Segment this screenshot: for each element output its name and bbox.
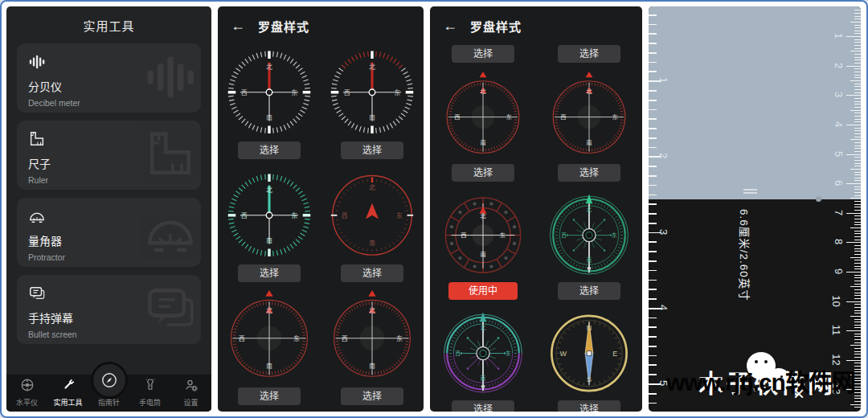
compass-cell: 北东南西选择 xyxy=(441,305,525,412)
svg-text:北: 北 xyxy=(266,64,272,71)
svg-text:南: 南 xyxy=(369,113,375,121)
select-button[interactable]: 选择 xyxy=(558,400,620,412)
tool-card-1[interactable]: 分贝仪Decibel meter xyxy=(17,43,201,113)
select-button[interactable]: 选择 xyxy=(452,400,514,412)
nav-item-compass[interactable]: 指南针 xyxy=(88,375,129,412)
svg-text:西: 西 xyxy=(239,335,245,342)
nav-item-settings[interactable]: 设置 xyxy=(170,375,211,412)
select-button[interactable]: 选择 xyxy=(452,164,514,182)
page-title: 罗盘样式 xyxy=(258,18,309,35)
compass-preview-ornategreen: 北东南西 xyxy=(328,411,416,412)
compass-cell: 北东南西选择 xyxy=(328,165,416,282)
tools-list: 分贝仪Decibel meter 尺子Ruler 量角器Protractor 手… xyxy=(6,43,211,344)
svg-text:东: 东 xyxy=(500,232,506,239)
select-button[interactable]: 选择 xyxy=(341,264,403,282)
compass-preview-whitered: 北东南西 xyxy=(328,42,416,140)
wrench-icon xyxy=(61,378,76,395)
svg-text:东: 东 xyxy=(291,88,297,96)
compass-cell: 北东南西选择 xyxy=(547,69,631,182)
cm-label: 6 xyxy=(833,180,845,186)
select-button[interactable]: 选择 xyxy=(238,141,301,159)
svg-text:南: 南 xyxy=(266,113,272,121)
nav-label: 水平仪 xyxy=(16,397,38,408)
select-button[interactable]: 选择 xyxy=(238,264,301,282)
select-button[interactable]: 选择 xyxy=(452,45,514,63)
svg-text:西: 西 xyxy=(241,89,248,96)
partial-button-row: 选择选择 xyxy=(430,43,642,63)
compass-cell: 北东南西选择 xyxy=(547,187,631,300)
divider-dot[interactable] xyxy=(816,196,821,202)
compass-icon xyxy=(91,362,128,399)
select-button[interactable]: 选择 xyxy=(341,387,403,405)
compass-cell: 北东南西选择 xyxy=(225,42,313,159)
select-button[interactable]: 选择 xyxy=(238,387,301,405)
compass-cell: 北东南西选择 xyxy=(328,42,416,159)
drag-handle[interactable] xyxy=(743,189,757,195)
compass-preview-ringcross: 北东南西 xyxy=(225,288,313,386)
svg-text:南: 南 xyxy=(369,239,375,247)
svg-text:南: 南 xyxy=(480,139,485,146)
compass-preview-ringcross: 北东南西 xyxy=(225,411,313,412)
svg-text:南: 南 xyxy=(481,375,485,381)
nav-item-flashlight[interactable]: 手电筒 xyxy=(129,375,170,412)
cm-label: 9 xyxy=(833,268,845,274)
svg-text:西: 西 xyxy=(560,114,566,121)
tool-card-3[interactable]: 量角器Protractor xyxy=(17,198,201,267)
ruler-icon-ghost xyxy=(143,127,198,190)
select-button[interactable]: 选择 xyxy=(558,45,620,63)
select-button[interactable]: 选择 xyxy=(341,141,403,159)
close-icon[interactable]: × xyxy=(793,383,805,405)
select-button[interactable]: 选择 xyxy=(558,164,620,182)
nav-item-wrench[interactable]: 实用工具 xyxy=(47,375,88,412)
svg-text:W: W xyxy=(559,350,567,358)
back-arrow-icon[interactable]: ← xyxy=(231,18,245,33)
svg-text:北: 北 xyxy=(481,325,486,331)
svg-text:北: 北 xyxy=(369,184,375,191)
svg-text:西: 西 xyxy=(561,232,566,239)
svg-text:东: 东 xyxy=(506,113,512,121)
compass-grid: 选择选择北东南西选择北东南西选择北东南西使用中北东南西选择北东南西选择NESW选… xyxy=(430,43,642,412)
svg-text:南: 南 xyxy=(266,362,272,370)
protractor-icon-ghost xyxy=(143,204,198,267)
svg-text:西: 西 xyxy=(344,89,350,96)
compass-row-2: 北东南西选择北东南西选择 xyxy=(218,165,424,282)
cm-label: 7 xyxy=(833,210,845,215)
compass-style-screen-1: ← 罗盘样式 北东南西选择北东南西选择北东南西选择北东南西选择北东南西选择北东南… xyxy=(218,6,424,412)
cm-label: 2 xyxy=(833,63,845,68)
svg-text:南: 南 xyxy=(587,256,592,263)
nav-label: 设置 xyxy=(183,397,198,408)
compass-preview-wheel: 北东南西 xyxy=(441,187,525,281)
cm-label: 5 xyxy=(833,150,845,156)
svg-text:北: 北 xyxy=(369,307,375,314)
nav-label: 手电筒 xyxy=(139,397,161,408)
nav-item-level[interactable]: 水平仪 xyxy=(6,375,47,412)
compass-preview-teal: 北东南西 xyxy=(225,165,313,263)
tool-card-2[interactable]: 尺子Ruler xyxy=(17,121,201,190)
svg-text:东: 东 xyxy=(293,334,300,342)
svg-text:南: 南 xyxy=(480,251,485,258)
compass-row-1: 北东南西选择北东南西选择 xyxy=(218,42,424,159)
select-button[interactable]: 选择 xyxy=(558,282,620,300)
compass-preview-ringcross: 北东南西 xyxy=(547,69,631,162)
back-arrow-icon[interactable]: ← xyxy=(443,18,457,33)
inch-label: 3 xyxy=(657,228,669,234)
nav-label: 实用工具 xyxy=(53,397,82,408)
svg-text:东: 东 xyxy=(291,211,297,219)
svg-text:南: 南 xyxy=(369,362,375,370)
tool-card-4[interactable]: 手持弹幕Bullet screen xyxy=(17,275,201,344)
compass-cell: NESW选择 xyxy=(547,305,631,412)
svg-text:东: 东 xyxy=(506,350,510,356)
in-use-button[interactable]: 使用中 xyxy=(448,282,518,300)
compass-cell: 北东南西使用中 xyxy=(441,187,525,300)
cm-label: 4 xyxy=(833,121,845,127)
bullet-screen-icon-ghost xyxy=(143,281,198,344)
svg-text:东: 东 xyxy=(396,334,403,342)
compass-style-screen-2: ← 罗盘样式 选择选择北东南西选择北东南西选择北东南西使用中北东南西选择北东南西… xyxy=(430,6,642,412)
compass-row-1: 北东南西选择北东南西选择 xyxy=(430,69,642,182)
svg-text:北: 北 xyxy=(266,186,272,194)
cm-label: 3 xyxy=(833,92,845,97)
cm-label: 1 xyxy=(833,33,845,39)
inch-label: 2 xyxy=(657,153,669,158)
ruler-screen: 1234512345678910111213 6.6厘米/2.60英寸 木子软件… xyxy=(649,6,861,412)
svg-text:东: 东 xyxy=(396,211,403,219)
